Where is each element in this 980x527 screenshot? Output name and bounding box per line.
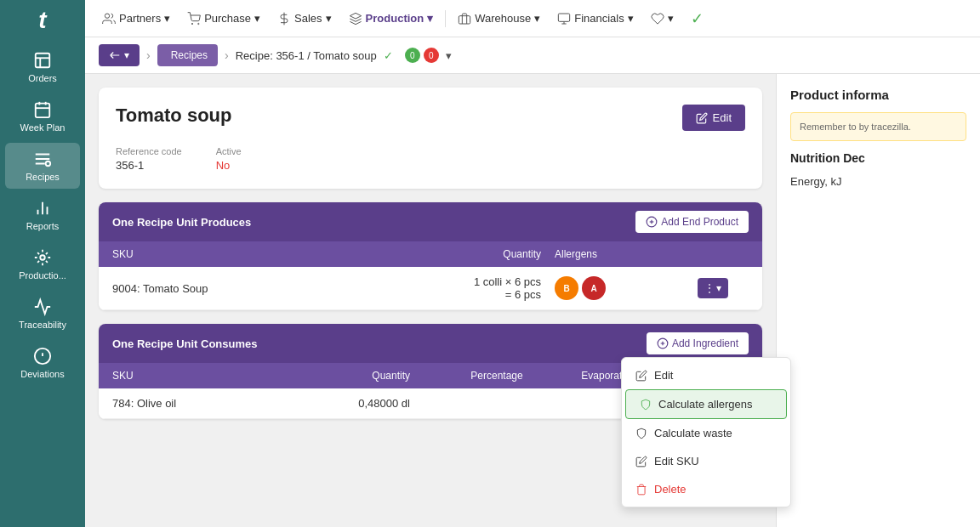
context-delete[interactable]: Delete <box>622 475 790 503</box>
reference-code-field: Reference code 356-1 <box>116 144 182 172</box>
add-ingredient-button[interactable]: Add Ingredient <box>647 332 749 354</box>
svg-rect-3 <box>36 104 50 118</box>
breadcrumb-separator-2: › <box>225 48 229 62</box>
end-products-header: One Recipe Unit Produces Add End Product <box>99 202 762 241</box>
ingredient-quantity: 0,48000 dl <box>311 397 424 410</box>
reference-code-value: 356-1 <box>116 159 182 172</box>
svg-point-9 <box>105 14 109 18</box>
nav-check[interactable]: ✓ <box>684 6 710 31</box>
nav-sales[interactable]: Sales ▾ <box>271 8 339 29</box>
sidebar-item-orders[interactable]: Orders <box>5 44 80 90</box>
top-navigation: Partners ▾ Purchase ▾ Sales ▾ Production… <box>85 0 980 37</box>
panel-notice: Remember to by tracezilla. <box>790 112 966 141</box>
allergen-a: A <box>582 276 606 300</box>
col-header-sku-2: SKU <box>112 370 311 382</box>
check-icon: ✓ <box>384 49 393 62</box>
svg-point-8 <box>40 255 45 260</box>
nav-financials[interactable]: Financials ▾ <box>550 8 641 29</box>
app-logo: t <box>38 7 46 34</box>
end-products-columns: SKU Quantity Allergens <box>99 241 762 267</box>
context-edit[interactable]: Edit <box>622 361 790 389</box>
sidebar-item-reports[interactable]: Reports <box>5 192 80 238</box>
sidebar-item-production[interactable]: Productio... <box>5 241 80 287</box>
back-button[interactable]: ▾ <box>99 44 140 66</box>
nav-extra[interactable]: ▾ <box>644 8 681 29</box>
sidebar-item-deviations[interactable]: Deviations <box>5 340 80 386</box>
content-area: Tomato soup Edit Reference code 356-1 Ac… <box>85 74 980 527</box>
svg-point-7 <box>46 162 50 167</box>
breadcrumb-badges: 0 0 <box>405 48 439 63</box>
nav-production[interactable]: Production ▾ <box>342 8 441 29</box>
sidebar: t Orders Week Plan Recipes Reports Produ… <box>0 0 85 527</box>
panel-title: Product informa <box>790 88 966 102</box>
right-panel: Product informa Remember to by tracezill… <box>776 74 980 527</box>
active-field: Active No <box>216 144 242 172</box>
sidebar-item-traceability[interactable]: Traceability <box>5 291 80 337</box>
row-quantity: 1 colli × 6 pcs= 6 pcs <box>398 275 555 301</box>
context-menu: Edit Calculate allergens Calculate waste… <box>621 357 791 507</box>
edit-recipe-button[interactable]: Edit <box>682 105 745 131</box>
context-calculate-waste[interactable]: Calculate waste <box>622 419 790 447</box>
energy-row: Energy, kJ <box>790 172 966 191</box>
nav-partners[interactable]: Partners ▾ <box>95 8 177 29</box>
add-end-product-button[interactable]: Add End Product <box>635 211 749 233</box>
sidebar-item-week-plan[interactable]: Week Plan <box>5 94 80 139</box>
table-row: 9004: Tomato Soup 1 colli × 6 pcs= 6 pcs… <box>99 267 762 310</box>
svg-point-10 <box>191 23 192 24</box>
col-header-percentage: Percentage <box>424 370 537 382</box>
allergen-b: B <box>555 276 578 300</box>
col-header-quantity-2: Quantity <box>311 370 424 382</box>
breadcrumb-bar: ▾ › Recipes › Recipe: 356-1 / Tomato sou… <box>85 37 980 74</box>
main-area: Partners ▾ Purchase ▾ Sales ▾ Production… <box>85 0 980 527</box>
recipes-breadcrumb-button[interactable]: Recipes <box>157 44 218 66</box>
context-calculate-allergens[interactable]: Calculate allergens <box>625 389 787 419</box>
col-header-allergens: Allergens <box>555 248 698 260</box>
nav-warehouse[interactable]: Warehouse ▾ <box>451 8 547 29</box>
nutrition-title: Nutrition Dec <box>790 151 966 165</box>
row-action-button[interactable]: ⋮ ▾ <box>698 278 728 298</box>
svg-rect-14 <box>559 14 570 21</box>
col-header-sku: SKU <box>112 248 398 260</box>
col-header-quantity: Quantity <box>398 248 555 260</box>
nav-purchase[interactable]: Purchase ▾ <box>180 8 267 29</box>
recipe-meta: Reference code 356-1 Active No <box>116 144 745 172</box>
badge-red: 0 <box>424 48 439 63</box>
nav-divider <box>445 10 446 27</box>
badge-green: 0 <box>405 48 420 63</box>
sidebar-item-recipes[interactable]: Recipes <box>5 143 80 189</box>
row-allergens: B A <box>555 276 698 300</box>
breadcrumb-dropdown[interactable]: ▾ <box>446 49 452 62</box>
svg-point-11 <box>198 23 199 24</box>
end-products-section: One Recipe Unit Produces Add End Product… <box>99 202 762 310</box>
context-edit-sku[interactable]: Edit SKU <box>622 447 790 475</box>
active-value: No <box>216 159 242 172</box>
ingredient-sku: 784: Olive oil <box>112 397 311 410</box>
row-actions: ⋮ ▾ <box>698 278 749 298</box>
breadcrumb-separator: › <box>146 48 151 62</box>
col-header-actions <box>698 248 749 260</box>
svg-rect-13 <box>459 15 470 23</box>
svg-rect-0 <box>36 54 50 68</box>
recipe-card: Tomato soup Edit Reference code 356-1 Ac… <box>99 88 762 189</box>
row-sku: 9004: Tomato Soup <box>112 282 398 295</box>
energy-label: Energy, kJ <box>790 175 841 188</box>
recipe-title: Tomato soup <box>116 105 231 127</box>
breadcrumb-title: Recipe: 356-1 / Tomato soup <box>236 49 377 62</box>
recipe-header: Tomato soup Edit <box>116 105 745 131</box>
